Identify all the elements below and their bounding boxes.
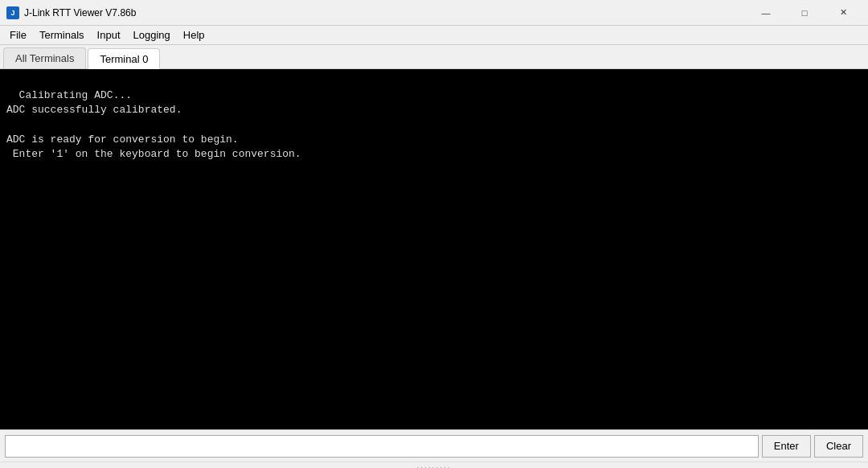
enter-button[interactable]: Enter xyxy=(762,435,811,458)
window-title: J-Link RTT Viewer V7.86b xyxy=(24,7,747,18)
terminal-output: Calibrating ADC... ADC successfully cali… xyxy=(0,69,868,429)
tab-all-terminals[interactable]: All Terminals xyxy=(3,47,86,68)
terminal-text: Calibrating ADC... ADC successfully cali… xyxy=(6,89,301,160)
resize-handle[interactable]: ......... xyxy=(0,462,868,468)
menu-logging[interactable]: Logging xyxy=(127,26,177,44)
menu-terminals[interactable]: Terminals xyxy=(33,26,91,44)
menu-help[interactable]: Help xyxy=(177,26,211,44)
minimize-button[interactable]: — xyxy=(747,0,784,26)
tabsbar: All Terminals Terminal 0 xyxy=(0,45,868,69)
resize-dots: ......... xyxy=(416,461,451,468)
menu-file[interactable]: File xyxy=(3,26,33,44)
input-bar: Enter Clear xyxy=(0,429,868,462)
maximize-button[interactable]: □ xyxy=(786,0,823,26)
close-button[interactable]: ✕ xyxy=(825,0,862,26)
window-controls: — □ ✕ xyxy=(747,0,862,26)
titlebar: J J-Link RTT Viewer V7.86b — □ ✕ xyxy=(0,0,868,26)
clear-button[interactable]: Clear xyxy=(814,435,863,458)
menu-input[interactable]: Input xyxy=(91,26,127,44)
app-icon: J xyxy=(6,6,19,19)
tab-terminal-0[interactable]: Terminal 0 xyxy=(88,48,160,69)
terminal-input[interactable] xyxy=(5,435,759,458)
menubar: File Terminals Input Logging Help xyxy=(0,26,868,45)
